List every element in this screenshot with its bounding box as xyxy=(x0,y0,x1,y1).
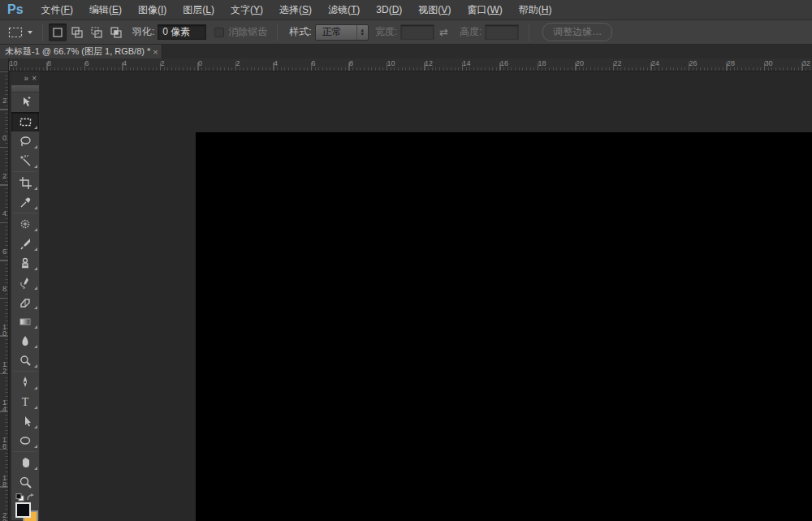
zoom-tool[interactable] xyxy=(11,472,39,492)
type-tool-icon: T xyxy=(19,395,32,409)
eraser-tool[interactable] xyxy=(11,292,39,312)
h-ruler-label: 24 xyxy=(651,59,659,67)
h-ruler-label: 18 xyxy=(538,59,546,67)
intersect-with-selection-button[interactable] xyxy=(107,24,125,41)
clone-stamp-tool[interactable] xyxy=(11,253,39,273)
history-brush-tool[interactable] xyxy=(11,273,39,292)
h-ruler-label: 4 xyxy=(123,59,127,67)
subtract-from-selection-button[interactable] xyxy=(88,24,106,41)
gradient-tool-icon xyxy=(19,315,32,329)
lasso-tool[interactable] xyxy=(11,131,39,151)
v-ruler-label: 2 xyxy=(1,97,8,104)
h-ruler-label: 8 xyxy=(47,59,51,67)
menu-item-7[interactable]: 3D(D) xyxy=(368,0,410,20)
menu-item-8[interactable]: 视图(V) xyxy=(410,0,459,20)
v-ruler-label: 1 4 xyxy=(1,399,8,412)
menu-item-4[interactable]: 文字(Y) xyxy=(222,0,271,20)
close-panel-icon[interactable]: × xyxy=(32,74,37,83)
rectangular-marquee-tool[interactable] xyxy=(11,112,39,131)
spot-healing-brush-tool[interactable] xyxy=(11,214,39,234)
menu-item-0[interactable]: 文件(F) xyxy=(33,0,81,20)
menu-item-1[interactable]: 编辑(E) xyxy=(81,0,130,20)
flyout-indicator-icon xyxy=(34,364,37,368)
path-selection-tool-icon xyxy=(19,415,32,428)
h-ruler-label: 4 xyxy=(274,59,278,67)
dodge-tool-icon xyxy=(19,354,32,368)
spot-healing-brush-tool-icon xyxy=(19,217,32,231)
menu-item-10[interactable]: 帮助(H) xyxy=(511,0,560,20)
pen-tool[interactable] xyxy=(11,372,39,392)
style-value: 正常 xyxy=(322,25,356,39)
path-selection-tool[interactable] xyxy=(11,411,39,431)
ellipse-shape-tool[interactable] xyxy=(11,431,39,450)
dodge-tool[interactable] xyxy=(11,351,39,370)
add-to-selection-button[interactable] xyxy=(68,24,86,41)
tools-panel: » × T xyxy=(11,71,40,521)
menu-item-2[interactable]: 图像(I) xyxy=(130,0,175,20)
flyout-indicator-icon xyxy=(34,467,37,470)
ellipse-shape-tool-icon xyxy=(19,434,32,448)
document-tab-title: 未标题-1 @ 66.7% (图层 1, RGB/8) * xyxy=(5,45,150,58)
antialias-checkbox[interactable] xyxy=(214,28,224,37)
add-to-selection-icon xyxy=(71,26,84,39)
gradient-tool[interactable] xyxy=(11,312,39,331)
v-ruler-label: 4 xyxy=(1,210,8,217)
style-dropdown[interactable]: 正常 ▲▼ xyxy=(315,24,369,41)
crop-tool[interactable] xyxy=(11,173,39,192)
document-tab[interactable]: 未标题-1 @ 66.7% (图层 1, RGB/8) * × xyxy=(0,45,162,58)
tool-options-bar: 羽化: 消除锯齿 样式: 正常 ▲▼ 宽度: ⇄ 高度: 调整边缘… xyxy=(0,20,812,45)
brush-tool-icon xyxy=(19,237,32,251)
marquee-preset-icon xyxy=(8,27,23,38)
v-ruler-label: 1 6 xyxy=(1,437,8,450)
h-ruler-label: 2 xyxy=(236,59,240,67)
tab-close-icon[interactable]: × xyxy=(150,47,160,57)
type-tool[interactable]: T xyxy=(11,392,39,411)
svg-text:T: T xyxy=(21,396,28,408)
h-ruler-label: 8 xyxy=(349,59,353,67)
eyedropper-tool[interactable] xyxy=(11,192,39,212)
menu-item-3[interactable]: 图层(L) xyxy=(175,0,222,20)
height-input xyxy=(485,24,519,40)
blur-tool-icon xyxy=(19,334,32,348)
lasso-tool-icon xyxy=(19,135,32,149)
brush-tool[interactable] xyxy=(11,234,39,253)
menu-item-5[interactable]: 选择(S) xyxy=(271,0,320,20)
h-ruler-label: 2 xyxy=(161,59,165,67)
feather-input[interactable] xyxy=(158,24,206,40)
clone-stamp-tool-icon xyxy=(19,256,32,270)
panel-grip[interactable] xyxy=(11,85,39,93)
spinner-arrows-icon[interactable]: ▲▼ xyxy=(356,25,368,40)
tool-preset-picker[interactable] xyxy=(0,24,37,41)
h-ruler-label: 12 xyxy=(425,59,433,67)
new-selection-button[interactable] xyxy=(49,24,67,41)
default-colors-icon[interactable] xyxy=(15,493,24,502)
move-tool-icon xyxy=(19,96,32,110)
flyout-indicator-icon xyxy=(34,248,37,251)
v-ruler-label: 1 0 xyxy=(1,324,8,337)
flyout-indicator-icon xyxy=(34,325,37,329)
crop-tool-icon xyxy=(19,176,32,190)
foreground-color-swatch[interactable] xyxy=(15,502,31,518)
horizontal-ruler[interactable]: 10864202468101214161820222426283032 xyxy=(9,58,812,71)
h-ruler-label: 30 xyxy=(765,59,773,67)
chevron-down-icon xyxy=(28,31,32,34)
flyout-indicator-icon xyxy=(34,445,37,448)
menu-item-9[interactable]: 窗口(W) xyxy=(459,0,510,20)
magic-wand-tool[interactable] xyxy=(11,151,39,170)
document-canvas[interactable] xyxy=(196,132,812,521)
eyedropper-tool-icon xyxy=(19,196,32,209)
menu-item-6[interactable]: 滤镜(T) xyxy=(320,0,368,20)
blur-tool[interactable] xyxy=(11,331,39,351)
refine-edge-button: 调整边缘… xyxy=(542,23,612,41)
magic-wand-tool-icon xyxy=(19,154,32,168)
v-ruler-label: 1 2 xyxy=(1,361,8,374)
hand-tool[interactable] xyxy=(11,453,39,472)
options-separator xyxy=(42,24,43,41)
vertical-ruler[interactable]: 2024681 01 21 41 61 82 0 xyxy=(0,71,9,521)
flyout-indicator-icon xyxy=(34,306,37,309)
move-tool[interactable] xyxy=(11,93,39,112)
swap-colors-icon[interactable] xyxy=(26,493,35,502)
h-ruler-label: 10 xyxy=(10,59,18,67)
collapse-panel-icon[interactable]: » xyxy=(24,74,29,83)
v-ruler-label: 8 xyxy=(1,286,8,292)
